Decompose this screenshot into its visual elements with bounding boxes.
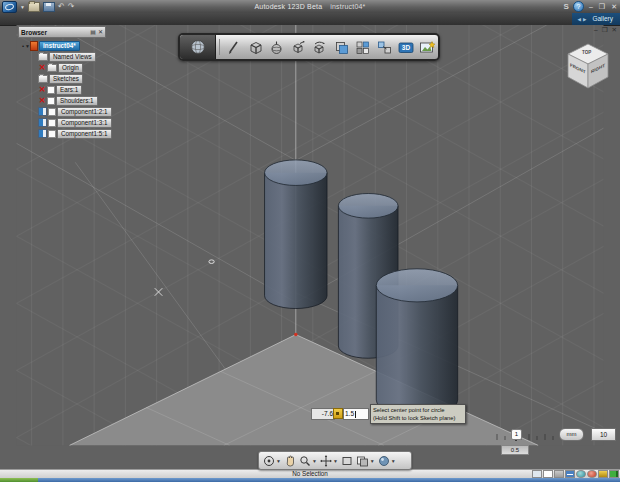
combine-tool-button[interactable] — [352, 37, 373, 57]
tree-item-origin[interactable]: ✕ Origin — [38, 62, 106, 73]
y-coordinate-input[interactable]: 1.5 — [343, 408, 369, 420]
dropdown-caret-icon[interactable]: ▼ — [333, 458, 338, 464]
tree-item-root[interactable]: • ▼ instruct04* — [22, 40, 106, 51]
tree-item-label[interactable]: Component1:3:1 — [57, 118, 112, 128]
sign-in-icon[interactable]: S — [564, 2, 569, 11]
folder-icon — [38, 75, 48, 83]
sketch-tool-button[interactable] — [223, 37, 244, 57]
magnifier-icon — [299, 455, 311, 467]
tooltip-line-2: (Hold Shift to lock Sketch plane) — [373, 414, 463, 422]
tree-item-component-3[interactable]: Component1:5:1 — [38, 128, 106, 139]
pattern-tool-button[interactable] — [331, 37, 352, 57]
revolve-tool-button[interactable] — [309, 37, 330, 57]
tree-item-label[interactable]: Ears:1 — [56, 85, 82, 95]
group-tool-button[interactable] — [374, 37, 395, 57]
open-file-icon[interactable] — [28, 2, 40, 12]
component-visible-icon[interactable] — [38, 129, 47, 138]
lock-icon[interactable] — [333, 408, 343, 419]
doc-close-button[interactable]: ✕ — [612, 26, 617, 34]
warning-status-icon[interactable] — [598, 470, 608, 478]
document-status-icon[interactable] — [543, 470, 553, 478]
tree-item-label[interactable]: Sketches — [49, 74, 83, 84]
pan-button[interactable] — [283, 453, 297, 468]
primitive-box-button[interactable] — [245, 37, 266, 57]
material-style-button[interactable]: ▼ — [377, 453, 397, 468]
taskbar-edge — [0, 478, 620, 482]
tree-item-label[interactable]: Component1:5:1 — [57, 129, 112, 139]
dropdown-caret-icon[interactable]: ▼ — [276, 458, 281, 464]
restore-button[interactable]: ❒ — [598, 1, 606, 12]
save-icon[interactable] — [43, 2, 55, 12]
tree-item-component-2[interactable]: Component1:3:1 — [38, 117, 106, 128]
tree-item-component-1[interactable]: Component1:2:1 — [38, 106, 106, 117]
hidden-red-x-icon[interactable]: ✕ — [38, 86, 46, 94]
doc-restore-button[interactable]: ❒ — [602, 26, 608, 34]
browser-panel-title: Browser — [21, 29, 88, 36]
redo-icon[interactable]: ↷ — [68, 3, 75, 11]
gallery-tab[interactable]: ◀ ▶ Gallery — [572, 13, 620, 25]
cylinder-3[interactable] — [376, 269, 457, 417]
checkbox-icon[interactable] — [48, 119, 56, 127]
gallery-arrow-left-icon[interactable]: ◀ — [577, 17, 580, 22]
checkbox-icon[interactable] — [47, 86, 55, 94]
fit-view-button[interactable]: ▼ — [319, 453, 339, 468]
component-visible-icon[interactable] — [38, 118, 47, 127]
panel-close-icon[interactable]: ✕ — [98, 28, 103, 36]
layout-icon[interactable] — [565, 470, 575, 478]
tree-item-label[interactable]: Component1:2:1 — [57, 107, 112, 117]
grid-size-input[interactable]: 10 — [591, 428, 616, 441]
dropdown-caret-icon[interactable]: ▼ — [391, 458, 396, 464]
units-selector[interactable]: mm — [559, 428, 584, 441]
insert-picture-button[interactable] — [417, 37, 438, 57]
undo-icon[interactable]: ↶ — [58, 3, 65, 11]
doc-minimize-button[interactable]: – — [594, 26, 598, 34]
help-icon[interactable]: ? — [573, 1, 584, 12]
selection-filter-icon[interactable] — [532, 470, 542, 478]
text-3d-button[interactable]: 3D — [395, 37, 416, 57]
sync-status-icon[interactable] — [576, 470, 586, 478]
app-menu-sphere-button[interactable] — [180, 35, 216, 59]
dropdown-caret-icon[interactable]: ▼ — [370, 458, 375, 464]
snap-value[interactable]: 0.5 — [501, 445, 529, 455]
tree-item-label[interactable]: Origin — [58, 63, 83, 73]
tree-item-label[interactable]: Named Views — [49, 52, 96, 62]
display-style-button[interactable]: ▼ — [355, 453, 376, 468]
component-visible-icon[interactable] — [38, 107, 47, 116]
pan-hand-icon — [284, 455, 296, 467]
move-tool-button[interactable] — [288, 37, 309, 57]
tree-item-shoulders[interactable]: ✕ Shoulders:1 — [38, 95, 106, 106]
dropdown-caret-icon[interactable]: ▼ — [312, 458, 317, 464]
gallery-arrow-right-icon[interactable]: ▶ — [583, 17, 586, 22]
hidden-red-x-icon[interactable]: ✕ — [38, 97, 46, 105]
error-status-icon[interactable] — [587, 470, 597, 478]
checkbox-icon[interactable] — [48, 130, 56, 138]
shaded-sphere-icon — [378, 455, 390, 467]
panel-menu-icon[interactable]: ▤ — [90, 28, 96, 36]
app-menu-caret-icon[interactable]: ▼ — [20, 2, 25, 12]
view-cube[interactable]: TOP FRONT RIGHT — [562, 40, 614, 92]
origin-point[interactable] — [294, 333, 298, 337]
scale-marker-value[interactable]: 1 — [511, 429, 522, 440]
tree-item-label[interactable]: instruct04* — [39, 41, 80, 51]
zoom-button[interactable]: ▼ — [298, 453, 318, 468]
tree-item-named-views[interactable]: Named Views — [38, 51, 106, 62]
close-button[interactable]: ✕ — [610, 1, 618, 12]
checkbox-icon[interactable] — [48, 108, 56, 116]
x-coordinate-input[interactable]: -7.6 — [311, 408, 335, 420]
look-at-button[interactable] — [340, 453, 354, 468]
browser-panel-header[interactable]: Browser ▤ ✕ — [18, 26, 106, 38]
gallery-tab-label[interactable]: Gallery — [588, 13, 617, 25]
cylinder-1[interactable] — [265, 160, 327, 309]
app-name: Autodesk 123D Beta — [254, 3, 322, 10]
checkbox-icon[interactable] — [47, 97, 55, 105]
app-logo-icon[interactable] — [2, 1, 17, 13]
printer-icon[interactable] — [554, 470, 564, 478]
primitive-sphere-button[interactable] — [266, 37, 287, 57]
tree-item-ears[interactable]: ✕ Ears:1 — [38, 84, 106, 95]
health-meter-icon[interactable] — [609, 470, 619, 478]
hidden-red-x-icon[interactable]: ✕ — [38, 64, 46, 72]
orbit-button[interactable]: ▼ — [262, 453, 282, 468]
minimize-button[interactable]: – — [588, 1, 594, 12]
tree-item-label[interactable]: Shoulders:1 — [56, 96, 98, 106]
tree-item-sketches[interactable]: Sketches — [38, 73, 106, 84]
